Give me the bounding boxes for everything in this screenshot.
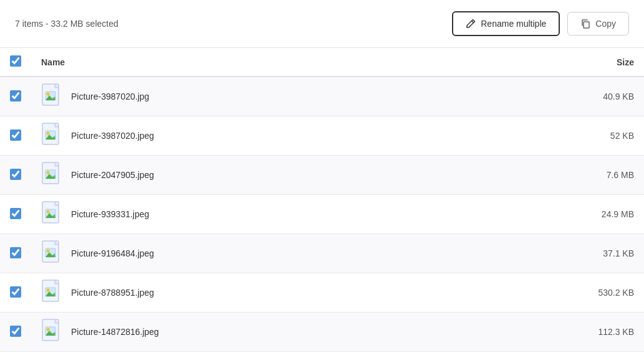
rename-multiple-button[interactable]: Rename multiple <box>452 11 560 36</box>
row-checkbox[interactable] <box>10 208 21 219</box>
row-size-cell: 52 KB <box>467 116 644 156</box>
top-bar: 7 items - 33.2 MB selected Rename multip… <box>0 0 644 48</box>
row-size-cell: 24.9 MB <box>467 195 644 234</box>
svg-point-3 <box>47 93 50 96</box>
svg-point-18 <box>47 210 50 214</box>
row-checkbox[interactable] <box>10 247 21 258</box>
name-column-header: Name <box>31 48 467 77</box>
image-file-icon <box>41 201 64 227</box>
table-row: Picture-939331.jpeg24.9 MB <box>0 195 644 234</box>
svg-point-13 <box>47 171 50 174</box>
row-name-cell: Picture-939331.jpeg <box>31 195 467 234</box>
row-checkbox-cell <box>0 313 31 352</box>
table-row: Picture-3987020.jpeg52 KB <box>0 116 644 156</box>
pencil-icon <box>466 19 476 29</box>
file-name-label: Picture-3987020.jpg <box>71 92 149 101</box>
table-row: Picture-2047905.jpeg7.6 MB <box>0 156 644 195</box>
table-row: Picture-9196484.jpeg37.1 KB <box>0 234 644 273</box>
selection-info: 7 items - 33.2 MB selected <box>15 19 118 29</box>
row-checkbox-cell <box>0 234 31 273</box>
row-size-cell: 112.3 KB <box>467 313 644 352</box>
file-name-label: Picture-939331.jpeg <box>71 209 149 219</box>
top-actions: Rename multiple Copy <box>452 11 629 36</box>
file-name-label: Picture-14872816.jpeg <box>71 327 159 337</box>
image-file-icon <box>41 319 64 345</box>
image-file-icon <box>41 280 64 306</box>
image-file-icon <box>41 123 64 149</box>
select-all-checkbox[interactable] <box>10 55 21 67</box>
row-name-cell: Picture-8788951.jpeg <box>31 273 467 313</box>
row-checkbox-cell <box>0 77 31 116</box>
svg-point-28 <box>47 289 50 292</box>
image-file-icon <box>41 240 64 266</box>
svg-rect-0 <box>584 22 589 28</box>
row-checkbox-cell <box>0 156 31 195</box>
row-checkbox[interactable] <box>10 129 21 141</box>
header-checkbox-cell <box>0 48 31 77</box>
row-checkbox-cell <box>0 116 31 156</box>
svg-point-23 <box>47 250 50 253</box>
row-size-cell: 40.9 KB <box>467 77 644 116</box>
file-name-label: Picture-8788951.jpeg <box>71 288 154 298</box>
row-checkbox-cell <box>0 195 31 234</box>
rename-multiple-label: Rename multiple <box>481 19 546 29</box>
svg-point-8 <box>47 132 50 135</box>
copy-icon <box>580 19 590 29</box>
row-checkbox-cell <box>0 273 31 313</box>
image-file-icon <box>41 162 64 188</box>
row-name-cell: Picture-3987020.jpeg <box>31 116 467 156</box>
table-row: Picture-14872816.jpeg112.3 KB <box>0 313 644 352</box>
row-name-cell: Picture-2047905.jpeg <box>31 156 467 195</box>
copy-button[interactable]: Copy <box>567 12 629 35</box>
row-size-cell: 530.2 KB <box>467 273 644 313</box>
row-name-cell: Picture-9196484.jpeg <box>31 234 467 273</box>
row-size-cell: 37.1 KB <box>467 234 644 273</box>
copy-label: Copy <box>595 19 616 29</box>
row-checkbox[interactable] <box>10 169 21 180</box>
svg-point-33 <box>47 328 50 331</box>
row-name-cell: Picture-14872816.jpeg <box>31 313 467 352</box>
file-table: Name Size Picture-3987020.jpg40.9 KB Pic… <box>0 48 644 352</box>
row-name-cell: Picture-3987020.jpg <box>31 77 467 116</box>
file-name-label: Picture-2047905.jpeg <box>71 170 154 180</box>
size-column-header: Size <box>467 48 644 77</box>
image-file-icon <box>41 83 64 110</box>
row-checkbox[interactable] <box>10 286 21 298</box>
row-checkbox[interactable] <box>10 90 21 101</box>
row-size-cell: 7.6 MB <box>467 156 644 195</box>
table-row: Picture-8788951.jpeg530.2 KB <box>0 273 644 313</box>
file-name-label: Picture-9196484.jpeg <box>71 248 154 258</box>
table-row: Picture-3987020.jpg40.9 KB <box>0 77 644 116</box>
file-name-label: Picture-3987020.jpeg <box>71 131 154 141</box>
row-checkbox[interactable] <box>10 326 21 337</box>
